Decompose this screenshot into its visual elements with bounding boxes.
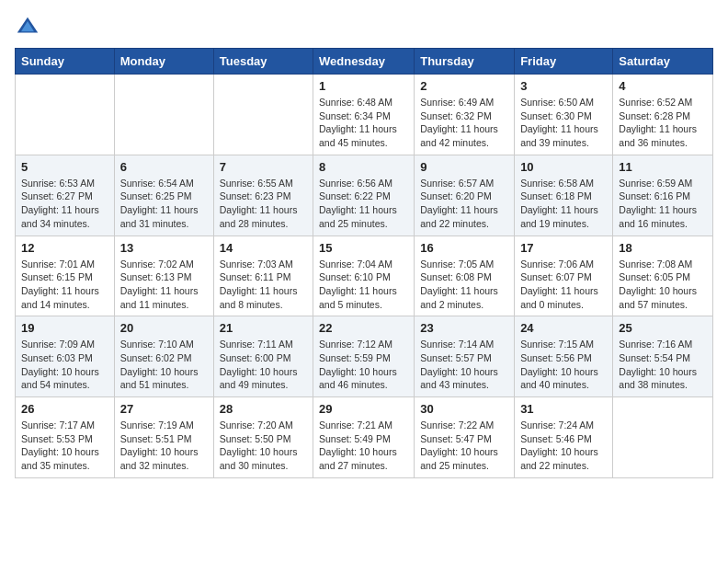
column-header-monday: Monday <box>114 49 213 75</box>
day-info: Sunrise: 6:49 AM Sunset: 6:32 PM Dayligh… <box>420 96 508 150</box>
day-number: 3 <box>520 79 607 93</box>
column-header-thursday: Thursday <box>415 49 515 75</box>
day-info: Sunrise: 7:12 AM Sunset: 5:59 PM Dayligh… <box>319 338 408 392</box>
day-info: Sunrise: 6:52 AM Sunset: 6:28 PM Dayligh… <box>619 96 707 150</box>
day-number: 4 <box>619 79 707 93</box>
day-info: Sunrise: 7:16 AM Sunset: 5:54 PM Dayligh… <box>619 338 707 392</box>
day-number: 21 <box>220 321 307 335</box>
day-info: Sunrise: 7:21 AM Sunset: 5:49 PM Dayligh… <box>319 419 408 473</box>
calendar-cell: 1Sunrise: 6:48 AM Sunset: 6:34 PM Daylig… <box>313 75 415 155</box>
day-number: 29 <box>319 402 408 416</box>
logo <box>15 15 44 40</box>
calendar-cell: 4Sunrise: 6:52 AM Sunset: 6:28 PM Daylig… <box>613 75 713 155</box>
calendar-cell: 28Sunrise: 7:20 AM Sunset: 5:50 PM Dayli… <box>213 397 313 478</box>
day-number: 24 <box>520 321 607 335</box>
day-number: 15 <box>319 241 408 255</box>
calendar-cell: 21Sunrise: 7:11 AM Sunset: 6:00 PM Dayli… <box>213 316 313 397</box>
day-number: 16 <box>420 241 508 255</box>
day-info: Sunrise: 7:05 AM Sunset: 6:08 PM Dayligh… <box>420 258 508 312</box>
column-header-sunday: Sunday <box>16 49 115 75</box>
calendar-cell <box>114 75 213 155</box>
calendar-cell: 5Sunrise: 6:53 AM Sunset: 6:27 PM Daylig… <box>16 155 115 236</box>
day-info: Sunrise: 7:22 AM Sunset: 5:47 PM Dayligh… <box>420 419 508 473</box>
calendar-cell: 30Sunrise: 7:22 AM Sunset: 5:47 PM Dayli… <box>415 397 515 478</box>
calendar-cell <box>16 75 115 155</box>
column-header-friday: Friday <box>515 49 613 75</box>
calendar-cell: 24Sunrise: 7:15 AM Sunset: 5:56 PM Dayli… <box>515 316 613 397</box>
calendar-cell: 22Sunrise: 7:12 AM Sunset: 5:59 PM Dayli… <box>313 316 415 397</box>
day-number: 1 <box>319 79 408 93</box>
day-number: 27 <box>120 402 208 416</box>
day-info: Sunrise: 7:08 AM Sunset: 6:05 PM Dayligh… <box>619 258 707 312</box>
day-number: 23 <box>420 321 508 335</box>
day-number: 28 <box>220 402 307 416</box>
day-number: 5 <box>21 160 108 174</box>
calendar-cell: 29Sunrise: 7:21 AM Sunset: 5:49 PM Dayli… <box>313 397 415 478</box>
calendar-cell: 2Sunrise: 6:49 AM Sunset: 6:32 PM Daylig… <box>415 75 515 155</box>
calendar-cell: 23Sunrise: 7:14 AM Sunset: 5:57 PM Dayli… <box>415 316 515 397</box>
calendar-cell: 17Sunrise: 7:06 AM Sunset: 6:07 PM Dayli… <box>515 236 613 316</box>
calendar-cell: 7Sunrise: 6:55 AM Sunset: 6:23 PM Daylig… <box>213 155 313 236</box>
day-info: Sunrise: 7:10 AM Sunset: 6:02 PM Dayligh… <box>120 338 208 392</box>
logo-icon <box>15 15 40 40</box>
calendar-week-2: 5Sunrise: 6:53 AM Sunset: 6:27 PM Daylig… <box>16 155 713 236</box>
calendar-cell: 13Sunrise: 7:02 AM Sunset: 6:13 PM Dayli… <box>114 236 213 316</box>
day-number: 7 <box>220 160 307 174</box>
calendar-cell: 15Sunrise: 7:04 AM Sunset: 6:10 PM Dayli… <box>313 236 415 316</box>
calendar-cell: 9Sunrise: 6:57 AM Sunset: 6:20 PM Daylig… <box>415 155 515 236</box>
day-info: Sunrise: 6:53 AM Sunset: 6:27 PM Dayligh… <box>21 177 108 231</box>
day-info: Sunrise: 7:11 AM Sunset: 6:00 PM Dayligh… <box>220 338 307 392</box>
calendar-cell <box>213 75 313 155</box>
day-number: 19 <box>21 321 108 335</box>
calendar-cell: 3Sunrise: 6:50 AM Sunset: 6:30 PM Daylig… <box>515 75 613 155</box>
day-number: 8 <box>319 160 408 174</box>
calendar-cell: 14Sunrise: 7:03 AM Sunset: 6:11 PM Dayli… <box>213 236 313 316</box>
day-number: 14 <box>220 241 307 255</box>
day-info: Sunrise: 6:58 AM Sunset: 6:18 PM Dayligh… <box>520 177 607 231</box>
calendar-cell: 31Sunrise: 7:24 AM Sunset: 5:46 PM Dayli… <box>515 397 613 478</box>
day-info: Sunrise: 7:02 AM Sunset: 6:13 PM Dayligh… <box>120 258 208 312</box>
day-info: Sunrise: 7:17 AM Sunset: 5:53 PM Dayligh… <box>21 419 108 473</box>
day-info: Sunrise: 7:19 AM Sunset: 5:51 PM Dayligh… <box>120 419 208 473</box>
calendar-week-4: 19Sunrise: 7:09 AM Sunset: 6:03 PM Dayli… <box>16 316 713 397</box>
day-number: 31 <box>520 402 607 416</box>
calendar-cell: 16Sunrise: 7:05 AM Sunset: 6:08 PM Dayli… <box>415 236 515 316</box>
day-number: 26 <box>21 402 108 416</box>
calendar-cell: 6Sunrise: 6:54 AM Sunset: 6:25 PM Daylig… <box>114 155 213 236</box>
calendar-cell: 19Sunrise: 7:09 AM Sunset: 6:03 PM Dayli… <box>16 316 115 397</box>
day-number: 12 <box>21 241 108 255</box>
day-info: Sunrise: 7:06 AM Sunset: 6:07 PM Dayligh… <box>520 258 607 312</box>
calendar-week-5: 26Sunrise: 7:17 AM Sunset: 5:53 PM Dayli… <box>16 397 713 478</box>
calendar-cell <box>613 397 713 478</box>
calendar-cell: 10Sunrise: 6:58 AM Sunset: 6:18 PM Dayli… <box>515 155 613 236</box>
day-info: Sunrise: 6:56 AM Sunset: 6:22 PM Dayligh… <box>319 177 408 231</box>
calendar-week-1: 1Sunrise: 6:48 AM Sunset: 6:34 PM Daylig… <box>16 75 713 155</box>
day-number: 13 <box>120 241 208 255</box>
day-info: Sunrise: 6:48 AM Sunset: 6:34 PM Dayligh… <box>319 96 408 150</box>
day-info: Sunrise: 6:50 AM Sunset: 6:30 PM Dayligh… <box>520 96 607 150</box>
day-number: 11 <box>619 160 707 174</box>
day-number: 30 <box>420 402 508 416</box>
calendar-header: SundayMondayTuesdayWednesdayThursdayFrid… <box>16 49 713 75</box>
day-info: Sunrise: 6:59 AM Sunset: 6:16 PM Dayligh… <box>619 177 707 231</box>
calendar-cell: 20Sunrise: 7:10 AM Sunset: 6:02 PM Dayli… <box>114 316 213 397</box>
column-header-saturday: Saturday <box>613 49 713 75</box>
day-number: 20 <box>120 321 208 335</box>
day-info: Sunrise: 6:57 AM Sunset: 6:20 PM Dayligh… <box>420 177 508 231</box>
day-info: Sunrise: 7:14 AM Sunset: 5:57 PM Dayligh… <box>420 338 508 392</box>
calendar-cell: 11Sunrise: 6:59 AM Sunset: 6:16 PM Dayli… <box>613 155 713 236</box>
calendar-cell: 8Sunrise: 6:56 AM Sunset: 6:22 PM Daylig… <box>313 155 415 236</box>
day-info: Sunrise: 7:04 AM Sunset: 6:10 PM Dayligh… <box>319 258 408 312</box>
calendar-cell: 26Sunrise: 7:17 AM Sunset: 5:53 PM Dayli… <box>16 397 115 478</box>
calendar-cell: 12Sunrise: 7:01 AM Sunset: 6:15 PM Dayli… <box>16 236 115 316</box>
day-info: Sunrise: 7:15 AM Sunset: 5:56 PM Dayligh… <box>520 338 607 392</box>
day-info: Sunrise: 6:54 AM Sunset: 6:25 PM Dayligh… <box>120 177 208 231</box>
day-number: 17 <box>520 241 607 255</box>
calendar-week-3: 12Sunrise: 7:01 AM Sunset: 6:15 PM Dayli… <box>16 236 713 316</box>
day-info: Sunrise: 7:09 AM Sunset: 6:03 PM Dayligh… <box>21 338 108 392</box>
column-header-wednesday: Wednesday <box>313 49 415 75</box>
day-info: Sunrise: 7:03 AM Sunset: 6:11 PM Dayligh… <box>220 258 307 312</box>
day-number: 2 <box>420 79 508 93</box>
day-info: Sunrise: 7:24 AM Sunset: 5:46 PM Dayligh… <box>520 419 607 473</box>
day-number: 10 <box>520 160 607 174</box>
